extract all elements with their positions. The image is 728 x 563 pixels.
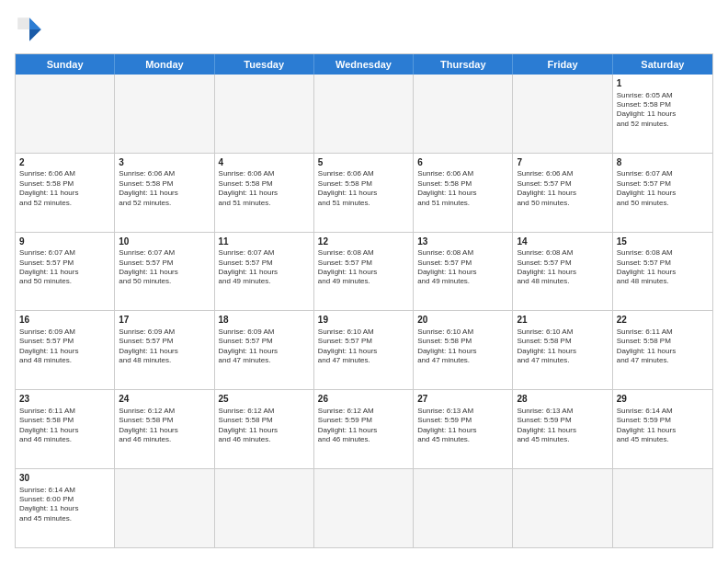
day-info: Sunrise: 6:06 AM Sunset: 5:58 PM Dayligh…	[318, 169, 409, 208]
day-info: Sunrise: 6:09 AM Sunset: 5:57 PM Dayligh…	[19, 327, 110, 366]
calendar-row-2: 9Sunrise: 6:07 AM Sunset: 5:57 PM Daylig…	[16, 232, 712, 311]
day-info: Sunrise: 6:13 AM Sunset: 5:59 PM Dayligh…	[517, 407, 608, 445]
day-cell-2: 2Sunrise: 6:06 AM Sunset: 5:58 PM Daylig…	[16, 154, 115, 232]
logo-icon	[15, 15, 44, 44]
day-number: 14	[517, 236, 608, 248]
day-info: Sunrise: 6:10 AM Sunset: 5:58 PM Dayligh…	[417, 327, 508, 366]
day-info: Sunrise: 6:07 AM Sunset: 5:57 PM Dayligh…	[219, 248, 310, 287]
day-number: 12	[318, 236, 409, 248]
day-info: Sunrise: 6:11 AM Sunset: 5:58 PM Dayligh…	[617, 327, 709, 366]
weekday-header-thursday: Thursday	[414, 54, 513, 75]
day-number: 18	[219, 314, 310, 327]
day-number: 20	[417, 314, 508, 327]
day-info: Sunrise: 6:09 AM Sunset: 5:57 PM Dayligh…	[119, 327, 210, 366]
day-number: 16	[19, 314, 110, 327]
day-cell-29: 29Sunrise: 6:14 AM Sunset: 5:59 PM Dayli…	[613, 390, 712, 468]
day-number: 11	[219, 236, 310, 248]
day-cell-18: 18Sunrise: 6:09 AM Sunset: 5:57 PM Dayli…	[215, 311, 314, 389]
day-cell-empty-5-2	[215, 469, 314, 547]
day-info: Sunrise: 6:12 AM Sunset: 5:59 PM Dayligh…	[318, 407, 409, 445]
day-info: Sunrise: 6:11 AM Sunset: 5:58 PM Dayligh…	[19, 407, 110, 445]
day-cell-25: 25Sunrise: 6:12 AM Sunset: 5:58 PM Dayli…	[215, 390, 314, 468]
day-info: Sunrise: 6:10 AM Sunset: 5:57 PM Dayligh…	[318, 327, 409, 366]
day-cell-5: 5Sunrise: 6:06 AM Sunset: 5:58 PM Daylig…	[314, 154, 414, 232]
day-cell-22: 22Sunrise: 6:11 AM Sunset: 5:58 PM Dayli…	[613, 311, 712, 389]
day-info: Sunrise: 6:12 AM Sunset: 5:58 PM Dayligh…	[119, 407, 210, 445]
day-number: 30	[19, 472, 110, 485]
day-info: Sunrise: 6:13 AM Sunset: 5:59 PM Dayligh…	[417, 407, 508, 445]
day-info: Sunrise: 6:08 AM Sunset: 5:57 PM Dayligh…	[318, 248, 409, 287]
day-number: 25	[219, 393, 310, 406]
day-info: Sunrise: 6:09 AM Sunset: 5:57 PM Dayligh…	[219, 327, 310, 366]
day-cell-empty-0-5	[513, 75, 612, 153]
weekday-header-tuesday: Tuesday	[215, 54, 314, 75]
calendar-row-3: 16Sunrise: 6:09 AM Sunset: 5:57 PM Dayli…	[16, 310, 712, 389]
day-cell-6: 6Sunrise: 6:06 AM Sunset: 5:58 PM Daylig…	[414, 154, 513, 232]
calendar-row-4: 23Sunrise: 6:11 AM Sunset: 5:58 PM Dayli…	[16, 389, 712, 468]
day-cell-14: 14Sunrise: 6:08 AM Sunset: 5:57 PM Dayli…	[513, 233, 612, 311]
day-number: 13	[417, 236, 508, 248]
day-cell-4: 4Sunrise: 6:06 AM Sunset: 5:58 PM Daylig…	[215, 154, 314, 232]
day-cell-empty-5-4	[414, 469, 513, 547]
calendar-body: 1Sunrise: 6:05 AM Sunset: 5:58 PM Daylig…	[16, 75, 712, 547]
day-info: Sunrise: 6:14 AM Sunset: 6:00 PM Dayligh…	[19, 486, 110, 524]
day-number: 17	[119, 314, 210, 327]
day-number: 5	[318, 156, 409, 169]
day-cell-empty-5-1	[115, 469, 214, 547]
day-info: Sunrise: 6:06 AM Sunset: 5:58 PM Dayligh…	[119, 169, 210, 208]
day-info: Sunrise: 6:07 AM Sunset: 5:57 PM Dayligh…	[119, 248, 210, 287]
svg-marker-2	[17, 17, 29, 29]
day-number: 1	[617, 77, 709, 90]
day-number: 27	[417, 393, 508, 406]
day-info: Sunrise: 6:06 AM Sunset: 5:58 PM Dayligh…	[417, 169, 508, 208]
page: SundayMondayTuesdayWednesdayThursdayFrid…	[0, 0, 728, 563]
day-number: 6	[417, 156, 508, 169]
calendar-row-1: 2Sunrise: 6:06 AM Sunset: 5:58 PM Daylig…	[16, 153, 712, 232]
day-info: Sunrise: 6:05 AM Sunset: 5:58 PM Dayligh…	[617, 91, 709, 130]
logo	[15, 15, 48, 44]
weekday-header-saturday: Saturday	[613, 54, 712, 75]
day-info: Sunrise: 6:06 AM Sunset: 5:58 PM Dayligh…	[219, 169, 310, 208]
day-number: 29	[617, 393, 709, 406]
day-cell-12: 12Sunrise: 6:08 AM Sunset: 5:57 PM Dayli…	[314, 233, 414, 311]
day-cell-7: 7Sunrise: 6:06 AM Sunset: 5:57 PM Daylig…	[513, 154, 612, 232]
day-cell-30: 30Sunrise: 6:14 AM Sunset: 6:00 PM Dayli…	[16, 469, 115, 547]
day-number: 3	[119, 156, 210, 169]
calendar-row-5: 30Sunrise: 6:14 AM Sunset: 6:00 PM Dayli…	[16, 468, 712, 547]
svg-marker-1	[29, 29, 41, 41]
day-cell-11: 11Sunrise: 6:07 AM Sunset: 5:57 PM Dayli…	[215, 233, 314, 311]
day-cell-23: 23Sunrise: 6:11 AM Sunset: 5:58 PM Dayli…	[16, 390, 115, 468]
day-cell-empty-0-0	[16, 75, 115, 153]
day-cell-27: 27Sunrise: 6:13 AM Sunset: 5:59 PM Dayli…	[414, 390, 513, 468]
day-number: 8	[617, 156, 709, 169]
day-cell-19: 19Sunrise: 6:10 AM Sunset: 5:57 PM Dayli…	[314, 311, 414, 389]
day-number: 19	[318, 314, 409, 327]
day-cell-21: 21Sunrise: 6:10 AM Sunset: 5:58 PM Dayli…	[513, 311, 612, 389]
calendar-header: SundayMondayTuesdayWednesdayThursdayFrid…	[16, 54, 712, 75]
weekday-header-monday: Monday	[115, 54, 214, 75]
day-info: Sunrise: 6:12 AM Sunset: 5:58 PM Dayligh…	[219, 407, 310, 445]
day-cell-empty-5-3	[314, 469, 414, 547]
day-cell-24: 24Sunrise: 6:12 AM Sunset: 5:58 PM Dayli…	[115, 390, 214, 468]
weekday-header-sunday: Sunday	[16, 54, 115, 75]
day-info: Sunrise: 6:07 AM Sunset: 5:57 PM Dayligh…	[617, 169, 709, 208]
day-number: 28	[517, 393, 608, 406]
day-cell-20: 20Sunrise: 6:10 AM Sunset: 5:58 PM Dayli…	[414, 311, 513, 389]
day-cell-13: 13Sunrise: 6:08 AM Sunset: 5:57 PM Dayli…	[414, 233, 513, 311]
day-cell-1: 1Sunrise: 6:05 AM Sunset: 5:58 PM Daylig…	[613, 75, 712, 153]
day-info: Sunrise: 6:06 AM Sunset: 5:57 PM Dayligh…	[517, 169, 608, 208]
day-info: Sunrise: 6:08 AM Sunset: 5:57 PM Dayligh…	[417, 248, 508, 287]
day-cell-empty-0-3	[314, 75, 414, 153]
day-number: 10	[119, 236, 210, 248]
day-info: Sunrise: 6:10 AM Sunset: 5:58 PM Dayligh…	[517, 327, 608, 366]
day-cell-empty-5-5	[513, 469, 612, 547]
day-cell-16: 16Sunrise: 6:09 AM Sunset: 5:57 PM Dayli…	[16, 311, 115, 389]
day-info: Sunrise: 6:08 AM Sunset: 5:57 PM Dayligh…	[617, 248, 709, 287]
day-number: 26	[318, 393, 409, 406]
weekday-header-wednesday: Wednesday	[314, 54, 414, 75]
calendar-row-0: 1Sunrise: 6:05 AM Sunset: 5:58 PM Daylig…	[16, 75, 712, 153]
day-cell-empty-0-1	[115, 75, 214, 153]
day-number: 15	[617, 236, 709, 248]
day-info: Sunrise: 6:07 AM Sunset: 5:57 PM Dayligh…	[19, 248, 110, 287]
day-cell-9: 9Sunrise: 6:07 AM Sunset: 5:57 PM Daylig…	[16, 233, 115, 311]
